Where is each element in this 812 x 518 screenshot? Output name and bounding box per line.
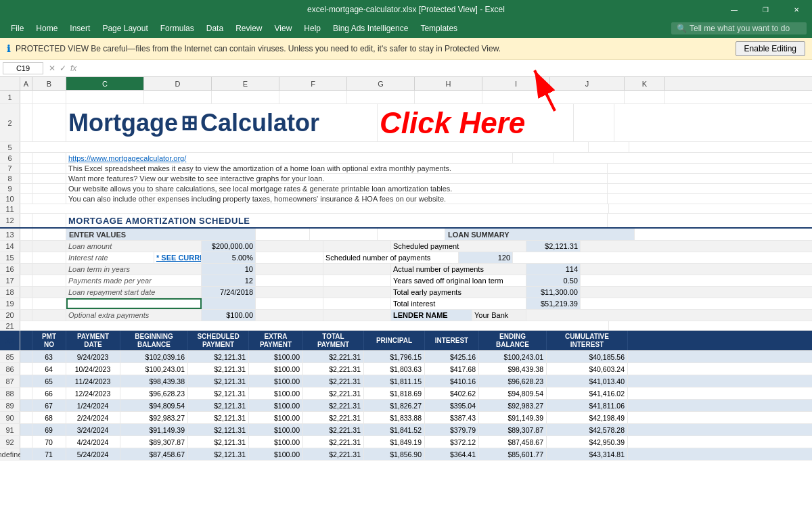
cell-g1[interactable]	[347, 91, 415, 103]
search-bar[interactable]: 🔍	[671, 22, 807, 34]
val-years-saved[interactable]: 0.50	[526, 275, 581, 286]
cell-b8[interactable]	[32, 174, 66, 183]
cell-schpmt-92[interactable]: $2,121.31	[188, 436, 249, 448]
cell-date-91[interactable]: 3/24/2024	[66, 424, 120, 435]
cell-pmt-91[interactable]: 69	[32, 424, 66, 435]
cell-endbal-undefined[interactable]: $85,601.77	[479, 448, 547, 460]
cell-a86[interactable]	[20, 363, 32, 375]
cell-date-undefined[interactable]: 5/24/2024	[66, 448, 120, 460]
val-interest-rate[interactable]: 5.00%	[202, 252, 256, 263]
cell-h1[interactable]	[415, 91, 482, 103]
cell-schpmt-85[interactable]: $2,121.31	[188, 351, 249, 362]
val-loan-amount[interactable]: $200,000.00	[202, 241, 256, 252]
cell-pmt-85[interactable]: 63	[32, 351, 66, 362]
cell-principal-88[interactable]: $1,818.69	[364, 387, 425, 399]
cell-e17[interactable]	[256, 275, 323, 286]
col-header-c[interactable]: C	[66, 77, 144, 90]
cell-a18[interactable]	[20, 287, 32, 298]
cell-interest-87[interactable]: $410.16	[425, 375, 479, 387]
cell-cumint-undefined[interactable]: $43,314.81	[547, 448, 628, 460]
cell-date-85[interactable]: 9/24/2023	[66, 351, 120, 362]
cell-totalpmt-86[interactable]: $2,221.31	[303, 363, 364, 375]
cell-interest-92[interactable]: $372.12	[425, 436, 479, 448]
cell-date-92[interactable]: 4/24/2024	[66, 436, 120, 448]
cell-beginbal-92[interactable]: $89,307.87	[120, 436, 188, 448]
cell-row11[interactable]	[20, 204, 609, 213]
cell-extrapmt-undefined[interactable]: $100.00	[249, 448, 303, 460]
cell-a92[interactable]	[20, 436, 32, 448]
val-extra-payments[interactable]: $100.00	[202, 310, 256, 321]
search-input[interactable]	[690, 24, 791, 33]
cell-b16[interactable]	[32, 264, 66, 275]
cell-b20[interactable]	[32, 310, 66, 321]
cell-b14[interactable]	[32, 241, 66, 252]
cell-extrapmt-87[interactable]: $100.00	[249, 375, 303, 387]
cell-a9[interactable]	[20, 184, 32, 193]
cell-beginbal-86[interactable]: $100,243.01	[120, 363, 188, 375]
cell-extrapmt-89[interactable]: $100.00	[249, 400, 303, 411]
cell-b2[interactable]	[32, 104, 66, 141]
cell-totalpmt-85[interactable]: $2,221.31	[303, 351, 364, 362]
col-header-h[interactable]: H	[415, 77, 482, 90]
cell-f13[interactable]	[378, 229, 445, 240]
cell-totalpmt-87[interactable]: $2,221.31	[303, 375, 364, 387]
menu-help[interactable]: Help	[298, 21, 326, 36]
cell-principal-91[interactable]: $1,841.52	[364, 424, 425, 435]
cell-extrapmt-91[interactable]: $100.00	[249, 424, 303, 435]
cell-pmt-86[interactable]: 64	[32, 363, 66, 375]
enable-editing-button[interactable]: Enable Editing	[736, 41, 805, 56]
cell-interest-90[interactable]: $387.43	[425, 412, 479, 423]
cell-aundefined[interactable]	[20, 448, 32, 460]
cell-i1[interactable]	[482, 91, 550, 103]
cell-endbal-89[interactable]: $92,983.27	[479, 400, 547, 411]
cell-totalpmt-88[interactable]: $2,221.31	[303, 387, 364, 399]
cell-a8[interactable]	[20, 174, 32, 183]
col-header-i[interactable]: I	[482, 77, 550, 90]
cell-a90[interactable]	[20, 412, 32, 423]
cell-pmt-92[interactable]: 70	[32, 436, 66, 448]
cell-endbal-88[interactable]: $94,809.54	[479, 387, 547, 399]
col-header-g[interactable]: G	[347, 77, 415, 90]
cell-f16[interactable]	[323, 264, 391, 275]
cell-b10[interactable]	[32, 194, 66, 204]
cell-endbal-85[interactable]: $100,243.01	[479, 351, 547, 362]
cell-b18[interactable]	[32, 287, 66, 298]
cell-cumint-86[interactable]: $40,603.24	[547, 363, 628, 375]
cell-totalpmt-undefined[interactable]: $2,221.31	[303, 448, 364, 460]
cell-e14[interactable]	[256, 241, 323, 252]
see-current-link[interactable]: * SEE CURRENT *	[156, 254, 202, 262]
cell-totalpmt-91[interactable]: $2,221.31	[303, 424, 364, 435]
menu-home[interactable]: Home	[30, 21, 63, 36]
cell-pmt-90[interactable]: 68	[32, 412, 66, 423]
cell-row5[interactable]	[20, 142, 589, 152]
col-header-b[interactable]: B	[32, 77, 66, 90]
cell-f20[interactable]	[323, 310, 391, 321]
cell-principal-86[interactable]: $1,803.63	[364, 363, 425, 375]
cell-beginbal-87[interactable]: $98,439.38	[120, 375, 188, 387]
cell-a15[interactable]	[20, 252, 32, 263]
cell-a19[interactable]	[20, 298, 32, 309]
menu-formulas[interactable]: Formulas	[155, 21, 200, 36]
cell-interest-undefined[interactable]: $364.41	[425, 448, 479, 460]
cell-f17[interactable]	[323, 275, 391, 286]
cell-interest-88[interactable]: $402.62	[425, 387, 479, 399]
menu-view[interactable]: View	[269, 21, 298, 36]
cell-k2[interactable]	[574, 104, 614, 141]
cell-cumint-90[interactable]: $42,198.49	[547, 412, 628, 423]
cell-pmt-87[interactable]: 65	[32, 375, 66, 387]
cell-date-86[interactable]: 10/24/2023	[66, 363, 120, 375]
cell-cumint-88[interactable]: $41,416.02	[547, 387, 628, 399]
menu-review[interactable]: Review	[230, 21, 267, 36]
cell-b17[interactable]	[32, 275, 66, 286]
val-total-interest[interactable]: $51,219.39	[526, 298, 581, 309]
cell-a88[interactable]	[20, 387, 32, 399]
cell-endbal-92[interactable]: $87,458.67	[479, 436, 547, 448]
cell-f15[interactable]	[256, 252, 323, 263]
cell-f18[interactable]	[323, 287, 391, 298]
menu-data[interactable]: Data	[201, 21, 229, 36]
cell-interest-85[interactable]: $425.16	[425, 351, 479, 362]
val-actual-num-payments[interactable]: 114	[526, 264, 581, 275]
cell-principal-90[interactable]: $1,833.88	[364, 412, 425, 423]
cell-b19[interactable]	[32, 298, 66, 309]
cell-b1[interactable]	[32, 91, 66, 103]
